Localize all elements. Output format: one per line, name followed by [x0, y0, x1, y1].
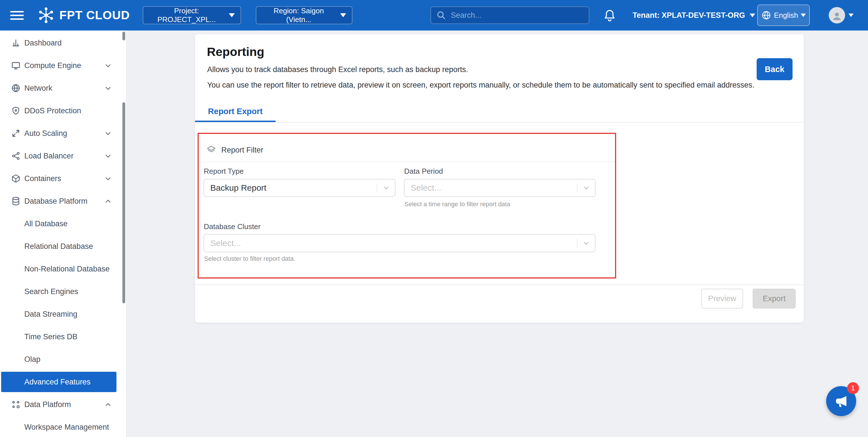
search-icon	[436, 10, 446, 20]
sidebar-item-compute-engine[interactable]: Compute Engine	[0, 54, 126, 77]
page-description: Allows you to track databases through Ex…	[207, 62, 754, 93]
report-type-select[interactable]: Backup Report	[204, 179, 396, 197]
globe-icon	[761, 10, 771, 20]
user-menu[interactable]	[829, 7, 854, 24]
data-period-select[interactable]: Select...	[404, 179, 595, 197]
region-selector[interactable]: Region: Saigon (Vietn...	[256, 6, 352, 24]
search-box	[431, 6, 589, 24]
caret-down-icon	[229, 13, 235, 17]
reporting-card: Reporting Allows you to track databases …	[195, 34, 804, 323]
report-filter-divider	[198, 161, 616, 162]
chevron-up-icon	[104, 197, 112, 205]
sidebar-item-olap[interactable]: Olap	[0, 348, 126, 371]
chevron-down-icon	[104, 62, 112, 69]
notification-badge: 1	[847, 382, 859, 394]
main-content: Reporting Allows you to track databases …	[126, 31, 868, 437]
caret-down-icon	[848, 13, 854, 17]
page-description-line2: You can use the report filter to retriev…	[207, 77, 754, 93]
language-selector-label: English	[774, 11, 798, 20]
announcements-button[interactable]: 1	[826, 386, 856, 416]
logo-text: FPT CLOUD	[59, 8, 130, 22]
export-button[interactable]: Export	[753, 289, 796, 308]
sidebar-item-database-platform[interactable]: Database Platform	[0, 190, 126, 212]
caret-down-icon	[750, 13, 755, 17]
data-period-label: Data Period	[404, 167, 443, 176]
sidebar-scrollbar-thumb[interactable]	[122, 102, 125, 303]
page-description-line1: Allows you to track databases through Ex…	[207, 62, 754, 77]
language-selector[interactable]: English	[757, 4, 810, 26]
chevron-down-icon	[104, 85, 112, 92]
sidebar-item-data-platform[interactable]: Data Platform	[0, 393, 126, 416]
sidebar-item-time-series-db[interactable]: Time Series DB	[0, 326, 126, 348]
sidebar-item-all-database[interactable]: All Database	[0, 212, 126, 235]
chevron-down-icon	[377, 184, 395, 192]
sidebar-item-non-relational-database[interactable]: Non-Relational Database	[0, 258, 126, 280]
tenant-selector[interactable]: Tenant: XPLAT-DEV-TEST-ORG	[631, 0, 757, 31]
data-period-help: Select a time range to filter report dat…	[404, 201, 510, 208]
sidebar-item-advanced-features[interactable]: Advanced Features	[1, 372, 117, 392]
chevron-down-icon	[578, 184, 595, 192]
screen: FPT CLOUD Project: PROJECT_XPL... Region…	[0, 0, 868, 437]
database-cluster-help: Select cluster to filter report data.	[204, 255, 296, 262]
search-input[interactable]	[450, 11, 584, 20]
sidebar-scrollbar-thumb-top[interactable]	[122, 32, 125, 40]
chevron-down-icon	[104, 175, 112, 182]
compute-engine-icon	[11, 61, 21, 70]
tenant-selector-label: Tenant: XPLAT-DEV-TEST-ORG	[632, 11, 745, 20]
sidebar-item-dashboard[interactable]: Dashboard	[0, 32, 126, 54]
sidebar-item-auto-scaling[interactable]: Auto Scaling	[0, 122, 126, 145]
ddos-protection-icon	[11, 106, 21, 115]
project-selector-label: Project: PROJECT_XPL...	[149, 6, 224, 24]
sidebar-item-load-balancer[interactable]: Load Balancer	[0, 145, 126, 167]
region-selector-label: Region: Saigon (Vietn...	[262, 6, 336, 24]
tabs-divider	[195, 122, 804, 123]
topbar: FPT CLOUD Project: PROJECT_XPL... Region…	[0, 0, 868, 31]
dashboard-icon	[11, 38, 21, 48]
footer-divider	[195, 284, 804, 285]
database-cluster-label: Database Cluster	[204, 222, 260, 231]
project-selector[interactable]: Project: PROJECT_XPL...	[143, 6, 241, 24]
chevron-down-icon	[104, 152, 112, 160]
back-button[interactable]: Back	[757, 58, 793, 80]
page-title: Reporting	[207, 45, 264, 59]
report-type-label: Report Type	[204, 167, 244, 176]
sidebar-item-ddos-protection[interactable]: DDoS Protection	[0, 99, 126, 122]
report-type-value: Backup Report	[204, 183, 377, 193]
data-platform-icon	[11, 400, 21, 409]
megaphone-icon	[834, 394, 848, 408]
menu-icon[interactable]	[10, 9, 24, 22]
fpt-cloud-logo[interactable]: FPT CLOUD	[37, 0, 130, 31]
sidebar-item-containers[interactable]: Containers	[0, 167, 126, 190]
database-cluster-placeholder: Select...	[204, 238, 577, 248]
auto-scaling-icon	[11, 129, 21, 138]
data-period-placeholder: Select...	[404, 183, 577, 193]
layers-icon	[206, 145, 217, 155]
sidebar-item-network[interactable]: Network	[0, 77, 126, 99]
logo-icon	[37, 6, 55, 25]
containers-icon	[11, 174, 21, 183]
report-filter-title: Report Filter	[221, 146, 264, 155]
sidebar: Dashboard Compute Engine Network DDoS Pr…	[0, 31, 126, 437]
caret-down-icon	[801, 13, 806, 17]
sidebar-menu: Dashboard Compute Engine Network DDoS Pr…	[0, 31, 126, 437]
database-platform-icon	[11, 196, 21, 206]
notifications-bell-icon[interactable]	[602, 8, 617, 22]
load-balancer-icon	[11, 151, 21, 161]
sidebar-item-data-streaming[interactable]: Data Streaming	[0, 303, 126, 326]
avatar	[829, 7, 845, 24]
database-cluster-select[interactable]: Select...	[204, 234, 595, 252]
chevron-up-icon	[104, 401, 112, 408]
sidebar-item-relational-database[interactable]: Relational Database	[0, 235, 126, 258]
preview-button[interactable]: Preview	[701, 289, 743, 308]
sidebar-item-search-engines[interactable]: Search Engines	[0, 280, 126, 303]
chevron-down-icon	[578, 240, 595, 247]
caret-down-icon	[340, 13, 346, 17]
sidebar-item-workspace-management[interactable]: Workspace Management	[0, 416, 126, 437]
tab-report-export[interactable]: Report Export	[195, 102, 276, 122]
chevron-down-icon	[104, 130, 112, 137]
network-icon	[11, 83, 21, 93]
